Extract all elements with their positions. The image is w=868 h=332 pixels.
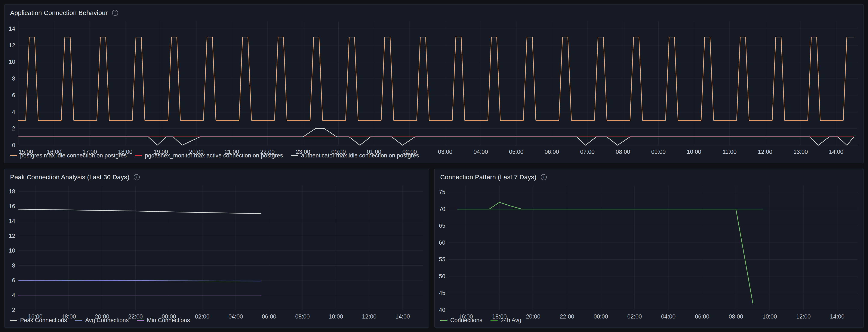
svg-text:12:00: 12:00 [796, 313, 811, 320]
svg-text:02:00: 02:00 [402, 149, 417, 155]
svg-text:55: 55 [439, 256, 445, 262]
svg-text:16: 16 [9, 203, 15, 210]
panel-header: Application Connection Behaviour i [4, 4, 864, 18]
svg-text:22:00: 22:00 [260, 149, 275, 155]
svg-text:10: 10 [9, 59, 15, 65]
panel-title[interactable]: Connection Pattern (Last 7 Days) [440, 173, 536, 181]
svg-text:08:00: 08:00 [616, 149, 630, 155]
info-icon[interactable]: i [112, 10, 118, 16]
svg-text:10:00: 10:00 [329, 313, 343, 320]
svg-text:70: 70 [439, 206, 445, 212]
chart-canvas: 15:0016:0017:0018:0019:0020:0021:0022:00… [4, 18, 864, 157]
svg-text:10: 10 [9, 247, 15, 254]
panel-header: Peak Connection Analysis (Last 30 Days) … [4, 169, 429, 183]
svg-text:10:00: 10:00 [763, 313, 777, 320]
svg-text:14:00: 14:00 [396, 313, 410, 320]
svg-text:04:00: 04:00 [228, 313, 243, 320]
svg-text:13:00: 13:00 [793, 149, 808, 155]
svg-text:02:00: 02:00 [627, 313, 642, 320]
svg-text:16:00: 16:00 [47, 149, 61, 155]
panel-header: Connection Pattern (Last 7 Days) i [435, 169, 864, 183]
svg-text:19:00: 19:00 [154, 149, 168, 155]
svg-text:17:00: 17:00 [83, 149, 97, 155]
svg-text:06:00: 06:00 [262, 313, 276, 320]
info-icon[interactable]: i [134, 174, 140, 180]
svg-text:6: 6 [12, 92, 15, 99]
svg-text:06:00: 06:00 [695, 313, 710, 320]
svg-text:21:00: 21:00 [225, 149, 239, 155]
svg-text:0: 0 [12, 142, 15, 148]
svg-text:14:00: 14:00 [829, 149, 843, 155]
svg-text:2: 2 [12, 125, 15, 132]
panel-title[interactable]: Peak Connection Analysis (Last 30 Days) [10, 173, 129, 181]
svg-text:11:00: 11:00 [722, 149, 737, 155]
svg-text:06:00: 06:00 [545, 149, 559, 155]
svg-text:20:00: 20:00 [526, 313, 540, 320]
chart-canvas: 16:0018:0020:0022:0000:0002:0004:0006:00… [4, 183, 429, 322]
svg-text:12: 12 [9, 232, 15, 239]
svg-text:12:00: 12:00 [362, 313, 376, 320]
svg-text:20:00: 20:00 [95, 313, 110, 320]
svg-text:6: 6 [12, 277, 15, 284]
svg-text:65: 65 [439, 223, 445, 229]
svg-text:07:00: 07:00 [580, 149, 595, 155]
svg-text:75: 75 [439, 189, 445, 195]
chart-canvas: 16:0018:0020:0022:0000:0002:0004:0006:00… [435, 183, 864, 322]
svg-text:2: 2 [12, 307, 15, 313]
svg-text:04:00: 04:00 [661, 313, 676, 320]
svg-text:14: 14 [9, 26, 15, 32]
chart-connection-pattern[interactable]: 16:0018:0020:0022:0000:0002:0004:0006:00… [435, 183, 864, 315]
svg-text:00:00: 00:00 [594, 313, 608, 320]
svg-text:50: 50 [439, 273, 445, 279]
panel-title[interactable]: Application Connection Behaviour [10, 9, 108, 17]
svg-text:45: 45 [439, 290, 445, 296]
svg-text:22:00: 22:00 [128, 313, 143, 320]
svg-text:18:00: 18:00 [61, 313, 76, 320]
svg-text:08:00: 08:00 [729, 313, 743, 320]
svg-text:15:00: 15:00 [19, 149, 33, 155]
svg-text:02:00: 02:00 [195, 313, 210, 320]
svg-text:60: 60 [439, 240, 445, 246]
svg-text:03:00: 03:00 [438, 149, 453, 155]
svg-text:8: 8 [12, 75, 15, 82]
svg-text:16:00: 16:00 [458, 313, 473, 320]
svg-text:14: 14 [9, 218, 15, 224]
svg-text:05:00: 05:00 [509, 149, 524, 155]
svg-text:00:00: 00:00 [331, 149, 346, 155]
svg-text:16:00: 16:00 [28, 313, 42, 320]
svg-text:01:00: 01:00 [367, 149, 381, 155]
panel-connection-pattern: Connection Pattern (Last 7 Days) i 16:00… [434, 169, 864, 328]
svg-text:14:00: 14:00 [830, 313, 844, 320]
svg-text:4: 4 [12, 292, 15, 298]
svg-text:22:00: 22:00 [560, 313, 574, 320]
svg-text:09:00: 09:00 [651, 149, 666, 155]
bottom-row: Peak Connection Analysis (Last 30 Days) … [4, 169, 864, 328]
svg-text:40: 40 [439, 307, 445, 313]
svg-text:8: 8 [12, 262, 15, 269]
svg-text:00:00: 00:00 [162, 313, 176, 320]
svg-text:12:00: 12:00 [758, 149, 772, 155]
svg-text:4: 4 [12, 109, 15, 115]
svg-text:18:00: 18:00 [118, 149, 133, 155]
grafana-dashboard: Application Connection Behaviour i 15:00… [0, 0, 868, 332]
svg-text:20:00: 20:00 [189, 149, 204, 155]
svg-text:08:00: 08:00 [295, 313, 310, 320]
panel-application-connection-behaviour: Application Connection Behaviour i 15:00… [4, 4, 864, 163]
chart-peak-connection-analysis[interactable]: 16:0018:0020:0022:0000:0002:0004:0006:00… [4, 183, 429, 315]
svg-text:04:00: 04:00 [473, 149, 488, 155]
svg-text:18:00: 18:00 [492, 313, 507, 320]
svg-text:18: 18 [9, 188, 15, 195]
panel-peak-connection-analysis: Peak Connection Analysis (Last 30 Days) … [4, 169, 429, 328]
svg-text:23:00: 23:00 [296, 149, 310, 155]
svg-text:12: 12 [9, 42, 15, 49]
chart-application-connection-behaviour[interactable]: 15:0016:0017:0018:0019:0020:0021:0022:00… [4, 18, 864, 150]
info-icon[interactable]: i [541, 174, 547, 180]
svg-text:10:00: 10:00 [687, 149, 701, 155]
